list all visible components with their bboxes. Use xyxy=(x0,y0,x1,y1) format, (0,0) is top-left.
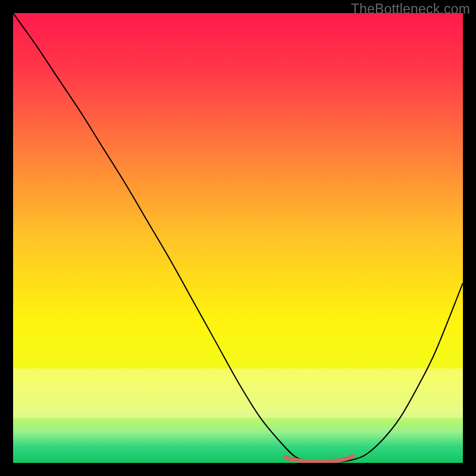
watermark-text: TheBottleneck.com xyxy=(351,1,470,17)
highlight-band xyxy=(13,368,463,418)
plot-area xyxy=(13,13,463,463)
chart-frame: TheBottleneck.com xyxy=(0,0,476,476)
bottleneck-chart xyxy=(13,13,463,463)
